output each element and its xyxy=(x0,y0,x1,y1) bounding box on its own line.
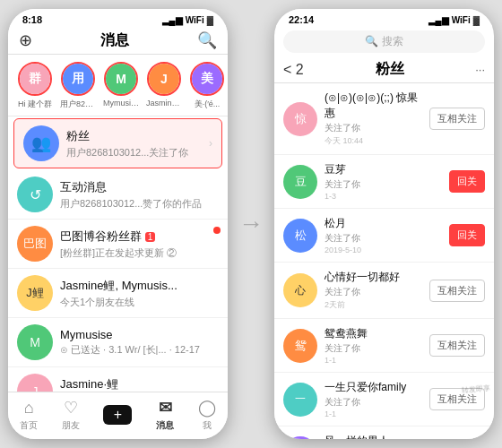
me-icon: ◯ xyxy=(198,398,216,418)
fan-name-1: 豆芽 xyxy=(325,162,442,177)
fan-item-5[interactable]: 一 一生只爱你family 关注了你 1-1 互相关注 xyxy=(274,373,494,426)
fan-info-6: 风一样的男人 关注了你 1-1 xyxy=(325,434,422,439)
fan-item-2[interactable]: 松 松月 关注了你 2019-5-10 回关 xyxy=(274,209,494,263)
unread-dot-babo xyxy=(213,227,221,234)
search-icon[interactable]: 🔍 xyxy=(197,30,217,50)
fan-item-1[interactable]: 豆 豆芽 关注了你 1-3 回关 xyxy=(274,155,494,209)
fan-info-4: 鸳鸯燕舞 关注了你 1-1 xyxy=(325,326,422,365)
story-item-4[interactable]: 美 美·(′é... xyxy=(189,62,225,110)
fan-info-2: 松月 关注了你 2019-5-10 xyxy=(325,216,442,254)
msg-preview-jasmine-group: 今天1个朋友在线 xyxy=(60,296,219,309)
fan-action-5: 关注了你 xyxy=(325,396,422,409)
signal-icon-right: ▂▄▆ xyxy=(428,15,449,25)
stories-row: 群 Hi 建个群 用 用户826... M Mymusise J Jasmine… xyxy=(8,55,228,116)
nav-bar-left: ⊕ 消息 🔍 xyxy=(8,27,228,55)
tab-add[interactable]: + xyxy=(103,405,132,425)
fan-action-2: 关注了你 xyxy=(325,232,442,245)
story-avatar-4: 美 xyxy=(190,62,224,96)
fan-btn-2[interactable]: 回关 xyxy=(449,224,485,246)
fan-info-5: 一生只爱你family 关注了你 1-1 xyxy=(325,380,422,418)
tab-messages[interactable]: ✉ 消息 xyxy=(156,398,174,432)
story-item-0[interactable]: 群 Hi 建个群 xyxy=(17,62,53,110)
tab-me[interactable]: ◯ 我 xyxy=(198,398,216,432)
msg-name-jasmine-group: Jasmine鲤, Mymusis... xyxy=(60,278,219,294)
fan-avatar-4: 鸳 xyxy=(283,329,317,363)
msg-mymusise[interactable]: M Mymusise ⊙ 已送达 · 3.1 Wr/ [长|... · 12-1… xyxy=(8,318,228,367)
right-phone: 22:14 ▂▄▆ WiFi ▓ 🔍 搜索 < 2 粉丝 ··· 惊 (⊙|⊙)… xyxy=(274,9,494,439)
msg-avatar-jasmine-group: J鲤 xyxy=(17,275,53,311)
fan-avatar-3: 心 xyxy=(283,273,317,307)
story-label-4: 美·(′é... xyxy=(195,99,221,110)
story-item-2[interactable]: M Mymusise xyxy=(103,62,139,110)
fan-avatar-2: 松 xyxy=(283,219,317,253)
fan-info-0: (⊙|⊙)(⊙|⊙)(;;) 惊果惠 关注了你 今天 10:44 xyxy=(325,90,422,147)
fan-item-0[interactable]: 惊 (⊙|⊙)(⊙|⊙)(;;) 惊果惠 关注了你 今天 10:44 互相关注 xyxy=(274,83,494,155)
story-label-1: 用户826... xyxy=(60,99,96,110)
msg-name-fans: 粉丝 xyxy=(66,128,202,144)
msg-content-interactive: 互动消息 用户8268103012...赞了你的作品 xyxy=(60,179,219,211)
home-icon: ⌂ xyxy=(24,399,34,418)
msg-name-interactive: 互动消息 xyxy=(60,179,219,195)
tab-home[interactable]: ⌂ 首页 xyxy=(20,399,38,432)
transition-arrow: → xyxy=(238,210,264,238)
msg-babo[interactable]: 巴图 巴图博谷粉丝群 1 [粉丝群]正在发起求更新 ② xyxy=(8,220,228,269)
fan-btn-3[interactable]: 互相关注 xyxy=(429,280,485,302)
fan-item-6[interactable]: 风 风一样的男人 关注了你 1-1 互相关注 xyxy=(274,426,494,439)
status-icons-left: ▂▄▆ WiFi ▓ xyxy=(162,15,213,25)
fan-name-2: 松月 xyxy=(325,216,442,231)
msg-content-babo: 巴图博谷粉丝群 1 [粉丝群]正在发起求更新 ② xyxy=(60,228,219,260)
msg-name-mymusise: Mymusise xyxy=(60,328,219,341)
msg-preview-fans: 用户8268103012...关注了你 xyxy=(66,146,202,159)
fan-avatar-5: 一 xyxy=(283,383,317,417)
status-bar-left: 8:18 ▂▄▆ WiFi ▓ xyxy=(8,9,228,27)
fan-time-5: 1-1 xyxy=(325,409,422,418)
msg-jasmine-li[interactable]: J Jasmine·鲤 10分钟内在线 xyxy=(8,367,228,392)
search-bar-right[interactable]: 🔍 搜索 xyxy=(283,30,485,53)
story-label-3: Jasmine... xyxy=(146,99,182,108)
fan-name-3: 心情好一切都好 xyxy=(325,270,422,285)
tab-friends[interactable]: ♡ 朋友 xyxy=(62,398,80,432)
chevron-icon-fans: › xyxy=(209,137,212,150)
fan-action-4: 关注了你 xyxy=(325,342,422,355)
msg-jasmine-group[interactable]: J鲤 Jasmine鲤, Mymusis... 今天1个朋友在线 xyxy=(8,269,228,318)
msg-preview-babo: [粉丝群]正在发起求更新 ② xyxy=(60,246,219,260)
msg-avatar-fans: 👥 xyxy=(23,125,59,161)
status-icons-right: ▂▄▆ WiFi ▓ xyxy=(428,15,480,25)
msg-name-babo: 巴图博谷粉丝群 1 xyxy=(60,228,219,245)
fan-btn-1[interactable]: 回关 xyxy=(449,170,485,193)
msg-avatar-babo: 巴图 xyxy=(17,226,53,262)
wifi-icon-right: WiFi xyxy=(452,15,471,25)
msg-content-jasmine-group: Jasmine鲤, Mymusis... 今天1个朋友在线 xyxy=(60,278,219,309)
fan-item-3[interactable]: 心 心情好一切都好 关注了你 2天前 互相关注 xyxy=(274,263,494,319)
fans-title: 粉丝 xyxy=(311,60,470,79)
msg-preview-interactive: 用户8268103012...赞了你的作品 xyxy=(60,197,219,211)
battery-icon: ▓ xyxy=(207,15,213,25)
story-item-3[interactable]: J Jasmine... xyxy=(146,62,182,110)
compose-icon[interactable]: ⊕ xyxy=(19,30,32,50)
signal-icon: ▂▄▆ xyxy=(162,15,183,25)
story-avatar-3: J xyxy=(147,62,181,96)
msg-avatar-mymusise: M xyxy=(17,324,53,360)
fan-btn-4[interactable]: 互相关注 xyxy=(429,334,485,357)
tab-messages-label: 消息 xyxy=(156,419,174,432)
msg-content-mymusise: Mymusise ⊙ 已送达 · 3.1 Wr/ [长|... · 12-17 xyxy=(60,328,219,357)
add-icon[interactable]: + xyxy=(103,405,132,425)
story-avatar-2: M xyxy=(104,62,138,96)
back-button[interactable]: < 2 xyxy=(283,62,304,78)
msg-content-fans: 粉丝 用户8268103012...关注了你 xyxy=(66,128,202,159)
fan-avatar-0: 惊 xyxy=(283,102,317,136)
fan-item-4[interactable]: 鸳 鸳鸯燕舞 关注了你 1-1 互相关注 xyxy=(274,319,494,373)
msg-avatar-jasmine-li: J xyxy=(17,374,53,392)
fan-time-0: 今天 10:44 xyxy=(325,135,422,147)
fan-action-3: 关注了你 xyxy=(325,286,422,298)
msg-fans[interactable]: 👥 粉丝 用户8268103012...关注了你 › xyxy=(13,118,222,168)
fan-btn-0[interactable]: 互相关注 xyxy=(429,108,485,130)
fan-name-6: 风一样的男人 xyxy=(325,434,422,439)
story-item-1[interactable]: 用 用户826... xyxy=(60,62,96,110)
fan-name-4: 鸳鸯燕舞 xyxy=(325,326,422,341)
story-avatar-0: 群 xyxy=(18,62,52,96)
story-label-2: Mymusise xyxy=(103,99,139,108)
msg-interactive[interactable]: ↺ 互动消息 用户8268103012...赞了你的作品 xyxy=(8,170,228,220)
fans-nav-right: ··· xyxy=(475,63,485,76)
battery-icon-right: ▓ xyxy=(473,15,480,25)
